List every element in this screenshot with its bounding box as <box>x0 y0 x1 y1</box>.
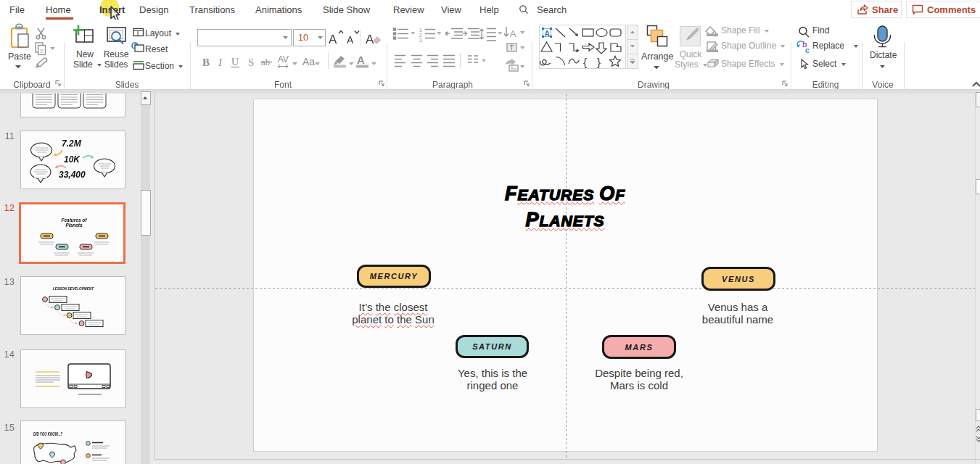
svg-text:Planets: Planets <box>65 223 83 228</box>
svg-text:}: } <box>597 56 601 68</box>
svg-text:A: A <box>545 29 551 38</box>
svg-text:A: A <box>510 28 516 39</box>
svg-text:1: 1 <box>419 28 422 33</box>
svg-text:10K: 10K <box>64 154 81 165</box>
svg-text:7.2M: 7.2M <box>62 138 82 149</box>
svg-text:LESSON DEVELOPMENT: LESSON DEVELOPMENT <box>53 286 94 291</box>
svg-text:Features of: Features of <box>61 218 87 223</box>
svg-text:{: { <box>583 56 587 68</box>
svg-text:3: 3 <box>419 38 422 43</box>
svg-text:DID YOU KNOW...?: DID YOU KNOW...? <box>33 431 62 436</box>
svg-text:2: 2 <box>419 33 422 38</box>
svg-text:33,400: 33,400 <box>59 170 86 180</box>
svg-text:c: c <box>805 46 810 54</box>
